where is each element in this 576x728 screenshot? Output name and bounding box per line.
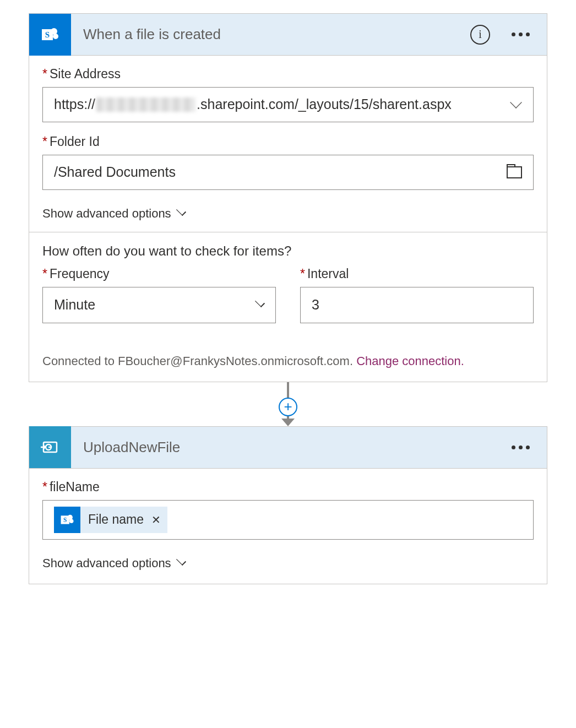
- redacted-segment: [96, 97, 195, 112]
- trigger-header[interactable]: S When a file is created i: [29, 14, 547, 56]
- connection-info: Connected to FBoucher@FrankysNotes.onmic…: [42, 323, 534, 379]
- chevron-down-icon: [176, 555, 186, 565]
- filename-label: *fileName: [42, 480, 534, 495]
- folder-id-field: *Folder Id /Shared Documents: [42, 134, 534, 190]
- action-header[interactable]: UploadNewFile: [29, 427, 547, 469]
- polling-row: *Frequency Minute *Interval 3: [42, 267, 534, 323]
- folder-id-input[interactable]: /Shared Documents: [42, 155, 534, 190]
- interval-value: 3: [312, 297, 522, 313]
- remove-token-icon[interactable]: ✕: [151, 513, 161, 526]
- arrow-icon: [281, 419, 295, 426]
- svg-point-9: [69, 519, 74, 523]
- folder-picker-icon[interactable]: [507, 166, 522, 178]
- chevron-down-icon[interactable]: [510, 96, 522, 108]
- frequency-select[interactable]: Minute: [42, 287, 276, 323]
- change-connection-link[interactable]: Change connection.: [356, 354, 464, 368]
- action-title: UploadNewFile: [71, 439, 510, 456]
- info-icon[interactable]: i: [470, 25, 490, 45]
- sharepoint-icon: S: [29, 14, 71, 56]
- trigger-title: When a file is created: [71, 26, 470, 43]
- site-address-prefix: https://: [54, 95, 95, 114]
- flow-connector: +: [29, 382, 547, 426]
- site-address-label: *Site Address: [42, 67, 534, 82]
- trigger-body: *Site Address https:// .sharepoint.com/_…: [29, 56, 547, 382]
- chevron-down-icon: [255, 297, 265, 307]
- site-address-field: *Site Address https:// .sharepoint.com/_…: [42, 67, 534, 122]
- filename-token[interactable]: S File name ✕: [54, 507, 167, 533]
- frequency-field: *Frequency Minute: [42, 267, 276, 323]
- token-label: File name: [88, 512, 144, 527]
- connection-account: FBoucher@FrankysNotes.onmicrosoft.com: [118, 354, 350, 368]
- svg-point-3: [53, 34, 58, 39]
- action-body: *fileName S File name ✕: [29, 469, 547, 584]
- upload-icon: [29, 426, 71, 468]
- sharepoint-icon: S: [54, 507, 80, 533]
- more-icon[interactable]: [510, 446, 531, 449]
- frequency-label: *Frequency: [42, 267, 276, 281]
- interval-label: *Interval: [300, 267, 534, 281]
- more-icon[interactable]: [510, 32, 531, 36]
- site-address-suffix: .sharepoint.com/_layouts/15/sharent.aspx: [197, 95, 452, 114]
- trigger-card: S When a file is created i *Site Address…: [29, 13, 547, 382]
- folder-id-label: *Folder Id: [42, 134, 534, 149]
- show-advanced-toggle[interactable]: Show advanced options: [42, 202, 534, 232]
- svg-text:S: S: [45, 30, 50, 39]
- interval-input[interactable]: 3: [300, 287, 534, 323]
- add-step-button[interactable]: +: [279, 398, 297, 416]
- folder-id-value: /Shared Documents: [54, 163, 499, 182]
- svg-text:S: S: [63, 516, 67, 523]
- filename-input[interactable]: S File name ✕: [42, 500, 534, 540]
- site-address-input[interactable]: https:// .sharepoint.com/_layouts/15/sha…: [42, 87, 534, 122]
- action-card: UploadNewFile *fileName S: [29, 426, 547, 584]
- show-advanced-toggle[interactable]: Show advanced options: [42, 552, 534, 582]
- frequency-value: Minute: [54, 297, 250, 313]
- interval-field: *Interval 3: [300, 267, 534, 323]
- filename-field: *fileName S File name ✕: [42, 480, 534, 540]
- chevron-down-icon: [176, 205, 186, 215]
- polling-title: How often do you want to check for items…: [42, 232, 534, 267]
